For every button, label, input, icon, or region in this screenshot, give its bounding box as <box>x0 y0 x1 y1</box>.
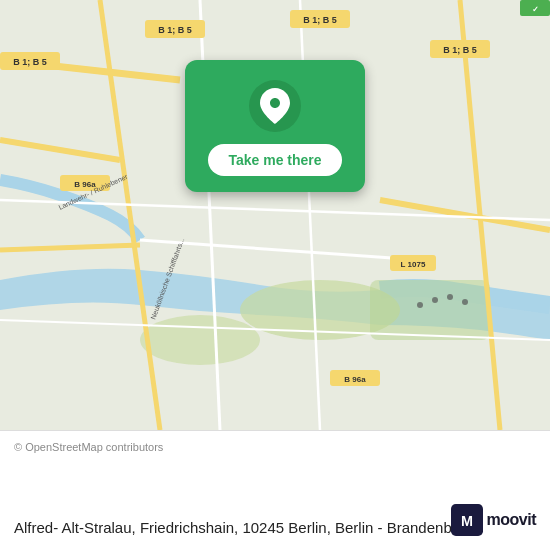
take-me-there-button[interactable]: Take me there <box>208 144 341 176</box>
svg-text:B 1; B 5: B 1; B 5 <box>443 45 477 55</box>
map-area: B 1; B 5 B 1; B 5 B 1; B 5 B 1; B 5 B 96… <box>0 0 550 430</box>
svg-text:B 1; B 5: B 1; B 5 <box>158 25 192 35</box>
moovit-logo: M moovit <box>451 504 536 536</box>
svg-text:B 1; B 5: B 1; B 5 <box>303 15 337 25</box>
svg-text:M: M <box>461 513 473 529</box>
svg-text:B 1; B 5: B 1; B 5 <box>13 57 47 67</box>
svg-text:✓: ✓ <box>532 5 539 14</box>
svg-point-33 <box>447 294 453 300</box>
bottom-bar: © OpenStreetMap contributors Alfred- Alt… <box>0 430 550 550</box>
svg-text:L 1075: L 1075 <box>401 260 426 269</box>
svg-point-31 <box>417 302 423 308</box>
location-icon-wrapper <box>249 80 301 132</box>
action-card[interactable]: Take me there <box>185 60 365 192</box>
copyright-text: © OpenStreetMap contributors <box>14 441 536 453</box>
svg-text:B 96a: B 96a <box>344 375 366 384</box>
svg-point-2 <box>140 315 260 365</box>
svg-point-34 <box>462 299 468 305</box>
svg-point-32 <box>432 297 438 303</box>
svg-rect-3 <box>370 280 490 340</box>
location-pin-icon <box>260 88 290 124</box>
moovit-icon: M <box>451 504 483 536</box>
moovit-label: moovit <box>487 511 536 529</box>
